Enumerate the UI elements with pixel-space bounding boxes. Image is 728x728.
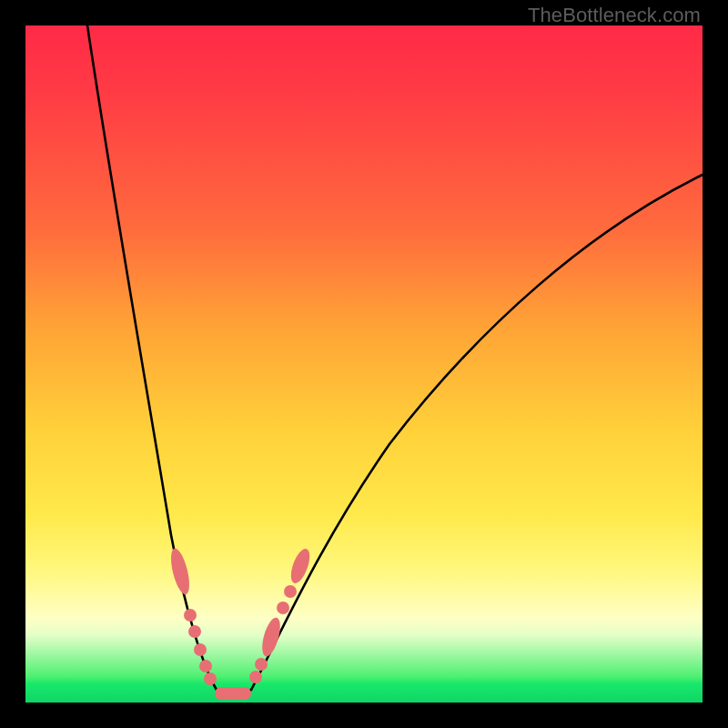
marker-dot [194,643,207,656]
marker-right-pill-lower [258,616,284,659]
marker-dot [284,585,297,598]
marker-dot [199,660,212,672]
marker-dot [255,658,268,671]
marker-floor-pill [215,687,251,700]
chart-overlay [25,25,703,703]
marker-dot [204,672,217,685]
marker-dot [188,625,201,638]
marker-dot [277,602,289,614]
curve-left-branch [87,25,217,690]
marker-dot [249,671,262,683]
marker-right-pill-upper [288,546,314,585]
watermark-label: TheBottleneck.com [528,4,701,27]
curve-right-branch [251,175,703,690]
chart-frame: TheBottleneck.com [0,0,728,728]
marker-dot [184,609,197,622]
marker-left-pill [167,547,193,596]
